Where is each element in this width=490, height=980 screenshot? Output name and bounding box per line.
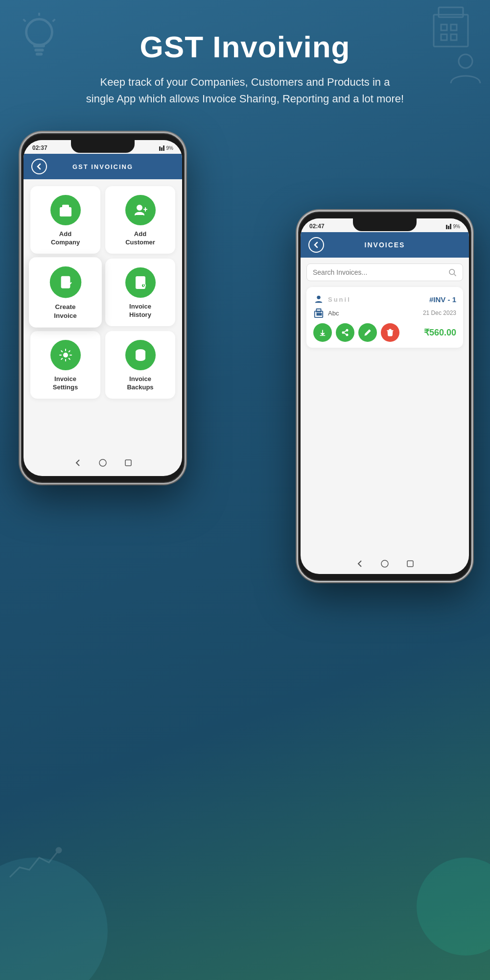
phone-back-screen: 02:37 9% GST INVOICING <box>23 140 182 476</box>
invoice-actions: ₹560.00 <box>313 323 456 342</box>
svg-rect-16 <box>161 147 163 151</box>
search-icon <box>448 268 457 277</box>
svg-rect-39 <box>125 460 131 466</box>
menu-item-add-company[interactable]: AddCompany <box>30 186 100 254</box>
app-header-back: GST INVOICING <box>23 154 182 179</box>
app-subtitle: Keep track of your Companies, Customers … <box>86 74 404 107</box>
add-customer-label: AddCustomer <box>125 230 155 247</box>
app-title: GST Invoiving <box>39 29 451 64</box>
nav-home-icon[interactable] <box>97 457 108 468</box>
nav-home-icon-front[interactable] <box>379 558 390 569</box>
menu-item-create-invoice[interactable]: CreateInvoice <box>29 257 102 327</box>
svg-point-57 <box>381 560 388 567</box>
deco-circle-2 <box>417 858 490 956</box>
menu-grid: AddCompany AddCustomer <box>23 179 182 405</box>
battery-back: 9% <box>166 145 173 151</box>
app-header-front: INVOICES <box>301 232 469 258</box>
header-section: GST Invoiving Keep track of your Compani… <box>0 0 490 122</box>
action-buttons <box>313 323 399 342</box>
nav-back-icon[interactable] <box>72 457 83 468</box>
back-button-front[interactable] <box>308 237 324 253</box>
svg-point-38 <box>99 459 106 466</box>
company-row: Abc 21 Dec 2023 <box>313 308 456 318</box>
svg-line-55 <box>344 331 347 332</box>
svg-rect-15 <box>159 146 161 151</box>
menu-item-invoice-backups[interactable]: InvoiceBackups <box>105 331 175 399</box>
nav-bar-back <box>23 457 182 468</box>
delete-icon <box>386 329 394 336</box>
download-button[interactable] <box>313 323 332 342</box>
customer-info: Sunil <box>313 294 351 305</box>
invoice-top-row: Sunil #INV - 1 <box>313 294 456 305</box>
phone-back: 02:37 9% GST INVOICING <box>20 132 186 484</box>
search-bar[interactable] <box>306 263 463 281</box>
search-input[interactable] <box>313 268 448 276</box>
time-front: 02:47 <box>309 223 325 230</box>
svg-rect-49 <box>320 313 322 315</box>
invoice-settings-label: InvoiceSettings <box>53 375 78 392</box>
time-back: 02:37 <box>32 144 47 151</box>
svg-point-45 <box>317 296 320 299</box>
edit-button[interactable] <box>358 323 377 342</box>
invoice-history-icon-circle <box>125 267 156 298</box>
nav-recent-icon-front[interactable] <box>405 558 416 569</box>
svg-point-22 <box>137 205 142 210</box>
create-invoice-label: CreateInvoice <box>54 303 77 320</box>
company-name: Abc <box>328 310 339 317</box>
menu-item-invoice-settings[interactable]: InvoiceSettings <box>30 331 100 399</box>
screen-title-front: INVOICES <box>330 241 440 249</box>
invoice-backups-icon-circle <box>125 340 156 370</box>
invoice-amount: ₹560.00 <box>424 327 456 338</box>
svg-rect-19 <box>63 205 69 209</box>
share-icon <box>341 329 349 336</box>
menu-item-add-customer[interactable]: AddCustomer <box>105 186 175 254</box>
company-info: Abc <box>313 308 339 318</box>
notch-front <box>353 218 417 231</box>
nav-back-icon-front[interactable] <box>354 558 365 569</box>
menu-item-invoice-history[interactable]: InvoiceHistory <box>105 259 175 326</box>
svg-point-36 <box>64 353 68 357</box>
download-icon <box>319 329 327 336</box>
nav-bar-front <box>301 558 469 569</box>
invoice-number: #INV - 1 <box>429 295 456 304</box>
status-icons-back: 9% <box>159 145 173 151</box>
customer-person-icon <box>313 294 324 305</box>
delete-button[interactable] <box>381 323 399 342</box>
svg-rect-41 <box>448 226 449 229</box>
customer-name: Sunil <box>328 296 351 303</box>
invoice-settings-icon-circle <box>50 340 81 370</box>
add-customer-icon-circle <box>125 195 156 225</box>
nav-recent-icon[interactable] <box>123 457 134 468</box>
invoice-history-label: InvoiceHistory <box>129 303 151 319</box>
svg-line-44 <box>454 274 456 276</box>
svg-point-13 <box>56 848 61 853</box>
edit-icon <box>364 329 372 336</box>
share-button[interactable] <box>336 323 354 342</box>
invoice-card[interactable]: Sunil #INV - 1 Abc 21 Dec 2023 <box>306 287 463 348</box>
create-invoice-icon-circle <box>49 266 81 298</box>
battery-front: 9% <box>453 224 460 229</box>
svg-rect-42 <box>450 224 451 229</box>
add-company-icon-circle <box>50 195 81 225</box>
notch-back <box>71 140 135 153</box>
svg-point-43 <box>449 269 455 275</box>
status-icons-front: 9% <box>446 223 460 229</box>
deco-circle-1 <box>0 858 108 980</box>
svg-rect-40 <box>446 225 447 229</box>
phone-front: 02:47 9% INVOICES <box>297 210 473 582</box>
svg-line-54 <box>344 333 347 335</box>
add-company-label: AddCompany <box>51 230 80 247</box>
invoice-backups-label: InvoiceBackups <box>127 375 153 392</box>
svg-rect-58 <box>407 561 413 567</box>
screen-title-back: GST INVOICING <box>53 163 153 170</box>
svg-rect-48 <box>317 313 319 315</box>
back-button-back[interactable] <box>31 159 47 174</box>
phones-container: 02:37 9% GST INVOICING <box>0 122 490 783</box>
svg-rect-17 <box>163 145 164 151</box>
company-building-icon <box>313 308 324 318</box>
phone-front-screen: 02:47 9% INVOICES <box>301 218 469 574</box>
invoice-date: 21 Dec 2023 <box>423 310 456 316</box>
